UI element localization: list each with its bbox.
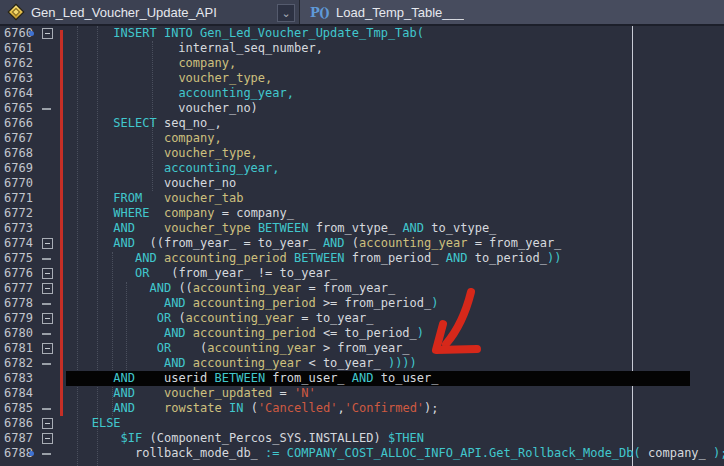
line-number[interactable]: 6769 (4, 161, 44, 176)
code-text[interactable]: accounting_year, (70, 86, 294, 101)
breakpoint-dot[interactable] (29, 31, 34, 36)
code-text[interactable]: $IF (Component_Percos_SYS.INSTALLED) $TH… (70, 431, 424, 446)
code-line[interactable]: 6781 OR (accounting_year > from_year_ (0, 341, 724, 356)
code-text[interactable]: company, (70, 131, 222, 146)
fold-collapse-icon[interactable] (42, 313, 53, 324)
line-number[interactable]: 6785 (4, 401, 44, 416)
code-text[interactable]: rollback_mode_db_ := COMPANY_COST_ALLOC_… (70, 446, 724, 461)
code-line[interactable]: 6764 accounting_year, (0, 86, 724, 101)
fold-collapse-icon[interactable] (42, 418, 53, 429)
breakpoint-dot[interactable] (29, 451, 34, 456)
code-line[interactable]: 6788 rollback_mode_db_ := COMPANY_COST_A… (0, 446, 724, 461)
code-text[interactable]: AND ((from_year_ = to_year_ AND (account… (70, 236, 561, 251)
code-line[interactable]: 6760 INSERT INTO Gen_Led_Voucher_Update_… (0, 26, 724, 41)
line-number[interactable]: 6770 (4, 176, 44, 191)
code-text[interactable]: SELECT seq_no_, (70, 116, 222, 131)
code-line[interactable]: 6775 AND accounting_period BETWEEN from_… (0, 251, 724, 266)
code-text[interactable]: company, (70, 56, 236, 71)
line-number[interactable]: 6788 (4, 446, 44, 461)
code-text[interactable]: INSERT INTO Gen_Led_Voucher_Update_Tmp_T… (70, 26, 424, 41)
code-line[interactable]: 6762 company, (0, 56, 724, 71)
code-line[interactable]: 6763 voucher_type, (0, 71, 724, 86)
code-text[interactable]: AND accounting_period <= to_period_) (70, 326, 424, 341)
line-number[interactable]: 6779 (4, 311, 44, 326)
line-number[interactable]: 6765 (4, 101, 44, 116)
line-number[interactable]: 6774 (4, 236, 44, 251)
member-selector-combobox[interactable]: P() Load_Temp_Table___ (300, 0, 724, 24)
line-number[interactable]: 6777 (4, 281, 44, 296)
code-text[interactable]: WHERE company = company_ (70, 206, 294, 221)
line-number[interactable]: 6775 (4, 251, 44, 266)
code-text[interactable]: AND voucher_type BETWEEN from_vtype_ AND… (70, 221, 496, 236)
code-line[interactable]: 6770 voucher_no (0, 176, 724, 191)
line-number[interactable]: 6771 (4, 191, 44, 206)
code-text[interactable]: AND userid BETWEEN from_user_ AND to_use… (70, 371, 439, 386)
code-editor[interactable]: 6760 INSERT INTO Gen_Led_Voucher_Update_… (0, 26, 724, 466)
code-text[interactable]: AND accounting_period >= from_period_) (70, 296, 439, 311)
code-line[interactable]: 6783 AND userid BETWEEN from_user_ AND t… (0, 371, 724, 386)
code-line[interactable]: 6786 ELSE (0, 416, 724, 431)
code-line[interactable]: 6771 FROM voucher_tab (0, 191, 724, 206)
code-line[interactable]: 6773 AND voucher_type BETWEEN from_vtype… (0, 221, 724, 236)
fold-collapse-icon[interactable] (42, 28, 53, 39)
fold-collapse-icon[interactable] (42, 433, 53, 444)
line-number[interactable]: 6766 (4, 116, 44, 131)
code-text[interactable]: AND accounting_period BETWEEN from_perio… (70, 251, 561, 266)
code-text[interactable]: OR (from_year_ != to_year_ (70, 266, 337, 281)
code-line[interactable]: 6766 SELECT seq_no_, (0, 116, 724, 131)
code-line[interactable]: 6765 voucher_no) (0, 101, 724, 116)
line-number[interactable]: 6781 (4, 341, 44, 356)
code-line[interactable]: 6785 AND rowstate IN ('Cancelled','Confi… (0, 401, 724, 416)
line-number[interactable]: 6782 (4, 356, 44, 371)
line-number[interactable]: 6786 (4, 416, 44, 431)
code-line[interactable]: 6778 AND accounting_period >= from_perio… (0, 296, 724, 311)
line-number[interactable]: 6761 (4, 41, 44, 56)
line-number[interactable]: 6762 (4, 56, 44, 71)
code-line[interactable]: 6761 internal_seq_number, (0, 41, 724, 56)
code-text[interactable]: AND ((accounting_year = from_year_ (70, 281, 395, 296)
code-text[interactable]: AND rowstate IN ('Cancelled','Confirmed'… (70, 401, 439, 416)
code-text[interactable]: OR (accounting_year = to_year_ (70, 311, 373, 326)
line-number[interactable]: 6764 (4, 86, 44, 101)
line-number[interactable]: 6767 (4, 131, 44, 146)
code-text[interactable]: voucher_no (70, 176, 236, 191)
code-text[interactable]: internal_seq_number, (70, 41, 323, 56)
code-line[interactable]: 6777 AND ((accounting_year = from_year_ (0, 281, 724, 296)
line-number[interactable]: 6763 (4, 71, 44, 86)
line-number[interactable]: 6768 (4, 146, 44, 161)
code-line[interactable]: 6776 OR (from_year_ != to_year_ (0, 266, 724, 281)
code-line[interactable]: 6779 OR (accounting_year = to_year_ (0, 311, 724, 326)
line-number[interactable]: 6787 (4, 431, 44, 446)
line-number[interactable]: 6776 (4, 266, 44, 281)
fold-collapse-icon[interactable] (42, 283, 53, 294)
code-line[interactable]: 6767 company, (0, 131, 724, 146)
code-text[interactable]: ELSE (70, 416, 121, 431)
code-line[interactable]: 6782 AND accounting_year < to_year_ )))) (0, 356, 724, 371)
code-text[interactable]: AND voucher_updated = 'N' (70, 386, 316, 401)
line-number[interactable]: 6760 (4, 26, 44, 41)
code-text[interactable]: voucher_type, (70, 146, 258, 161)
code-line[interactable]: 6769 accounting_year, (0, 161, 724, 176)
code-text[interactable]: voucher_no) (70, 101, 258, 116)
code-text[interactable]: accounting_year, (70, 161, 280, 176)
line-number[interactable]: 6773 (4, 221, 44, 236)
code-text[interactable]: OR (accounting_year > from_year_ (70, 341, 410, 356)
line-number[interactable]: 6778 (4, 296, 44, 311)
fold-collapse-icon[interactable] (42, 343, 53, 354)
line-number[interactable]: 6783 (4, 371, 44, 386)
code-text[interactable]: FROM voucher_tab (70, 191, 243, 206)
code-line[interactable]: 6784 AND voucher_updated = 'N' (0, 386, 724, 401)
fold-collapse-icon[interactable] (42, 238, 53, 249)
code-line[interactable]: 6772 WHERE company = company_ (0, 206, 724, 221)
line-number[interactable]: 6780 (4, 326, 44, 341)
line-number[interactable]: 6784 (4, 386, 44, 401)
line-number[interactable]: 6772 (4, 206, 44, 221)
code-line[interactable]: 6780 AND accounting_period <= to_period_… (0, 326, 724, 341)
code-line[interactable]: 6774 AND ((from_year_ = to_year_ AND (ac… (0, 236, 724, 251)
fold-collapse-icon[interactable] (42, 268, 53, 279)
code-text[interactable]: voucher_type, (70, 71, 272, 86)
code-line[interactable]: 6787 $IF (Component_Percos_SYS.INSTALLED… (0, 431, 724, 446)
code-line[interactable]: 6768 voucher_type, (0, 146, 724, 161)
code-text[interactable]: AND accounting_year < to_year_ )))) (70, 356, 417, 371)
chevron-down-icon[interactable]: ⌄ (277, 4, 295, 22)
